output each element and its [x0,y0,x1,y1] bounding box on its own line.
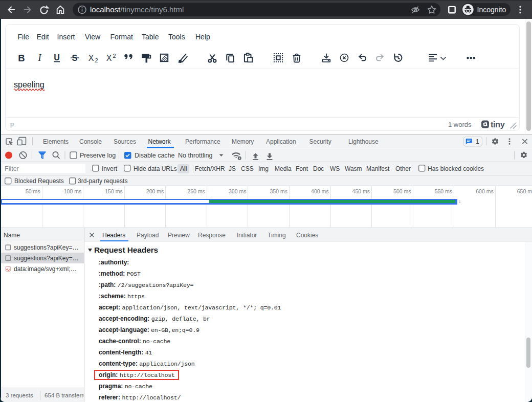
svg-text:B: B [18,52,25,63]
svg-text:tiny: tiny [491,120,505,129]
svg-text:2: 2 [113,53,116,59]
svg-text:X: X [106,53,112,62]
svg-text:I: I [37,53,41,63]
svg-text:localhost/tinymce/tiny6.html: localhost/tinymce/tiny6.html [90,5,184,14]
svg-text:U: U [54,53,60,61]
svg-text:X: X [88,53,94,62]
svg-text:2: 2 [95,57,98,63]
svg-text:Incognito: Incognito [477,6,506,14]
